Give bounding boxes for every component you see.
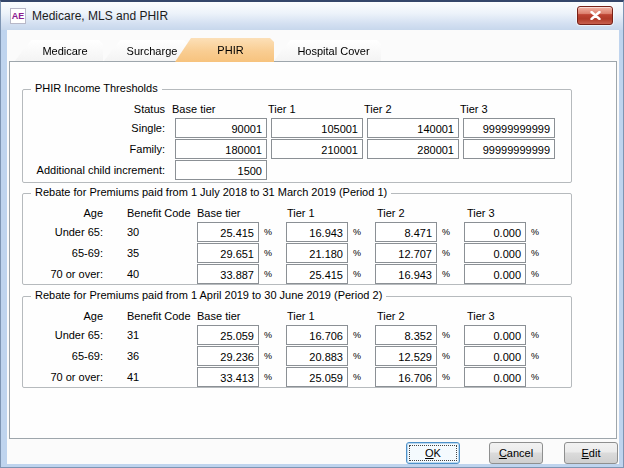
threshold-row-single: Single: 90001 105001 140001 99999999999 bbox=[23, 118, 571, 138]
field-p2-under65-tier2[interactable]: 8.352 bbox=[375, 325, 437, 345]
field-p2-65-69-tier2[interactable]: 12.529 bbox=[375, 346, 437, 366]
field-p1-65-69-tier1[interactable]: 21.180 bbox=[286, 243, 348, 263]
percent-sign: % bbox=[442, 227, 454, 237]
tab-phir[interactable]: PHIR bbox=[175, 38, 274, 62]
period1-row-under65: Under 65: 30 25.415% 16.943% 8.471% 0.00… bbox=[23, 222, 571, 242]
field-p2-65-69-base[interactable]: 29.236 bbox=[197, 346, 259, 366]
age-label: 70 or over: bbox=[23, 371, 103, 383]
period1-row-65-69: 65-69: 35 29.651% 21.180% 12.707% 0.000% bbox=[23, 243, 571, 263]
col-header-tier1: Tier 1 bbox=[285, 310, 375, 322]
tab-medicare[interactable]: Medicare bbox=[15, 40, 103, 61]
threshold-row-child-increment: Additional child increment: 1500 bbox=[23, 160, 571, 180]
col-header-base-tier: Base tier bbox=[169, 103, 261, 115]
dialog-window: AE Medicare, MLS and PHIR Medicare Surch… bbox=[0, 0, 624, 468]
group-title: Rebate for Premiums paid from 1 April 20… bbox=[31, 289, 386, 301]
field-single-tier2[interactable]: 140001 bbox=[367, 118, 459, 138]
benefit-code-header: Benefit Code bbox=[127, 310, 195, 322]
percent-sign: % bbox=[442, 351, 454, 361]
benefit-code: 40 bbox=[127, 268, 171, 280]
thresholds-header-row: Status Base tier Tier 1 Tier 2 Tier 3 bbox=[23, 102, 571, 116]
field-p2-65-69-tier3[interactable]: 0.000 bbox=[464, 346, 526, 366]
ok-label: O bbox=[425, 447, 434, 459]
col-header-base-tier: Base tier bbox=[195, 310, 285, 322]
percent-sign: % bbox=[353, 330, 365, 340]
close-button[interactable] bbox=[577, 6, 613, 25]
field-p1-65-69-base[interactable]: 29.651 bbox=[197, 243, 259, 263]
col-header-tier3: Tier 3 bbox=[465, 207, 555, 219]
field-single-base-tier[interactable]: 90001 bbox=[175, 118, 267, 138]
titlebar: AE Medicare, MLS and PHIR bbox=[1, 2, 623, 30]
col-header-tier3: Tier 3 bbox=[465, 310, 555, 322]
field-family-base-tier[interactable]: 180001 bbox=[175, 139, 267, 159]
percent-sign: % bbox=[442, 330, 454, 340]
field-p2-under65-base[interactable]: 25.059 bbox=[197, 325, 259, 345]
percent-sign: % bbox=[442, 269, 454, 279]
field-single-tier3[interactable]: 99999999999 bbox=[463, 118, 555, 138]
col-header-tier3: Tier 3 bbox=[457, 103, 549, 115]
field-family-tier1[interactable]: 210001 bbox=[271, 139, 363, 159]
group-rebate-period1: Rebate for Premiums paid from 1 July 201… bbox=[22, 193, 572, 285]
edit-button[interactable]: Edit bbox=[564, 442, 618, 464]
field-p2-70over-tier1[interactable]: 25.059 bbox=[286, 367, 348, 387]
age-header: Age bbox=[23, 207, 103, 219]
field-p2-under65-tier1[interactable]: 16.706 bbox=[286, 325, 348, 345]
col-header-base-tier: Base tier bbox=[195, 207, 285, 219]
age-label: 65-69: bbox=[23, 247, 103, 259]
tab-surcharge[interactable]: Surcharge bbox=[104, 40, 188, 61]
cancel-label-rest: ancel bbox=[507, 447, 533, 459]
col-header-tier1: Tier 1 bbox=[265, 103, 357, 115]
period2-row-65-69: 65-69: 36 29.236% 20.883% 12.529% 0.000% bbox=[23, 346, 571, 366]
percent-sign: % bbox=[264, 269, 276, 279]
field-p2-70over-tier2[interactable]: 16.706 bbox=[375, 367, 437, 387]
field-p1-65-69-tier3[interactable]: 0.000 bbox=[464, 243, 526, 263]
field-family-tier3[interactable]: 99999999999 bbox=[463, 139, 555, 159]
field-p2-65-69-tier1[interactable]: 20.883 bbox=[286, 346, 348, 366]
ok-button[interactable]: OK bbox=[406, 442, 460, 464]
field-single-tier1[interactable]: 105001 bbox=[271, 118, 363, 138]
age-label: Under 65: bbox=[23, 329, 103, 341]
period2-header-row: Age Benefit Code Base tier Tier 1 Tier 2… bbox=[23, 309, 571, 323]
edit-label-rest: dit bbox=[589, 447, 601, 459]
field-p2-70over-tier3[interactable]: 0.000 bbox=[464, 367, 526, 387]
field-p1-under65-base[interactable]: 25.415 bbox=[197, 222, 259, 242]
age-header: Age bbox=[23, 310, 103, 322]
percent-sign: % bbox=[531, 248, 543, 258]
percent-sign: % bbox=[353, 227, 365, 237]
group-title: Rebate for Premiums paid from 1 July 201… bbox=[31, 186, 391, 198]
field-p1-70over-base[interactable]: 33.887 bbox=[197, 264, 259, 284]
field-p1-70over-tier1[interactable]: 25.415 bbox=[286, 264, 348, 284]
field-p1-70over-tier2[interactable]: 16.943 bbox=[375, 264, 437, 284]
cancel-button[interactable]: Cancel bbox=[489, 442, 543, 464]
edit-label: E bbox=[582, 447, 589, 459]
field-p1-under65-tier2[interactable]: 8.471 bbox=[375, 222, 437, 242]
period2-row-under65: Under 65: 31 25.059% 16.706% 8.352% 0.00… bbox=[23, 325, 571, 345]
tab-label: Hospital Cover bbox=[297, 45, 369, 57]
col-header-tier2: Tier 2 bbox=[361, 103, 453, 115]
group-phir-income-thresholds: PHIR Income Thresholds Status Base tier … bbox=[22, 89, 572, 183]
field-p2-70over-base[interactable]: 33.413 bbox=[197, 367, 259, 387]
field-p1-70over-tier3[interactable]: 0.000 bbox=[464, 264, 526, 284]
dialog-body: Medicare Surcharge Hospital Cover PHIR P… bbox=[7, 30, 619, 464]
field-family-tier2[interactable]: 280001 bbox=[367, 139, 459, 159]
percent-sign: % bbox=[264, 372, 276, 382]
period2-row-70over: 70 or over: 41 33.413% 25.059% 16.706% 0… bbox=[23, 367, 571, 387]
tab-label: Surcharge bbox=[127, 45, 178, 57]
percent-sign: % bbox=[531, 227, 543, 237]
benefit-code: 36 bbox=[127, 350, 171, 362]
row-label: Additional child increment: bbox=[23, 164, 165, 176]
tab-hospital-cover[interactable]: Hospital Cover bbox=[274, 40, 381, 61]
field-p2-under65-tier3[interactable]: 0.000 bbox=[464, 325, 526, 345]
percent-sign: % bbox=[264, 351, 276, 361]
percent-sign: % bbox=[442, 372, 454, 382]
tab-label: PHIR bbox=[217, 44, 243, 56]
col-header-tier2: Tier 2 bbox=[375, 310, 465, 322]
field-p1-under65-tier3[interactable]: 0.000 bbox=[464, 222, 526, 242]
percent-sign: % bbox=[264, 248, 276, 258]
field-child-increment[interactable]: 1500 bbox=[175, 160, 267, 180]
percent-sign: % bbox=[353, 269, 365, 279]
field-p1-under65-tier1[interactable]: 16.943 bbox=[286, 222, 348, 242]
benefit-code: 35 bbox=[127, 247, 171, 259]
field-p1-65-69-tier2[interactable]: 12.707 bbox=[375, 243, 437, 263]
benefit-code: 41 bbox=[127, 371, 171, 383]
percent-sign: % bbox=[264, 227, 276, 237]
